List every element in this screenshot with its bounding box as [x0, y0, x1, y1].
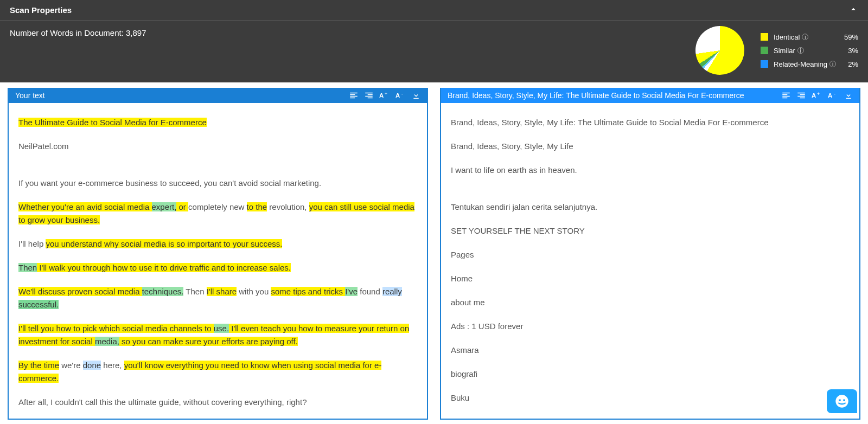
font-increase-icon[interactable]: A+: [379, 91, 390, 100]
svg-text:-: -: [834, 91, 835, 97]
text-paragraph: We'll discuss proven social media techni…: [18, 285, 417, 311]
align-left-icon[interactable]: [349, 91, 359, 100]
svg-text:+: +: [817, 91, 820, 97]
source-line: Brand, Ideas, Story, Style, My Life: The…: [451, 116, 850, 129]
legend-value: 3%: [848, 47, 858, 55]
scan-properties-body: Number of Words in Document: 3,897 Ident…: [0, 21, 868, 82]
highlight-s: techniques.: [142, 287, 184, 296]
source-line: Asmara: [451, 344, 850, 357]
text-span: After all, I couldn't call this the ulti…: [18, 397, 307, 407]
text-paragraph: Then I'll walk you through how to use it…: [18, 261, 417, 274]
similarity-pie-chart: [695, 26, 744, 75]
text-span: here,: [101, 361, 124, 370]
align-right-icon[interactable]: [796, 91, 806, 100]
highlight-i: The Ultimate Guide to Social Media for E…: [18, 118, 207, 127]
text-paragraph: NeilPatel.com: [18, 140, 417, 153]
legend-row: Related-Meaning i2%: [761, 60, 858, 68]
highlight-r: really: [382, 287, 402, 296]
chat-widget[interactable]: [827, 389, 857, 413]
word-count-label: Number of Words in Document: 3,897: [10, 26, 695, 37]
svg-text:A: A: [812, 92, 816, 99]
text-paragraph: If you want your e-commerce business to …: [18, 177, 417, 190]
highlight-i: I'll walk you through how to use it to d…: [37, 263, 291, 272]
font-decrease-icon[interactable]: A-: [395, 91, 406, 100]
legend-label: Identical i: [774, 33, 839, 41]
info-icon[interactable]: i: [829, 61, 836, 67]
text-paragraph: I'll tell you how to pick which social m…: [18, 322, 417, 348]
your-text-body: The Ultimate Guide to Social Media for E…: [9, 103, 427, 419]
font-increase-icon[interactable]: A+: [812, 91, 822, 100]
source-line: [451, 188, 850, 201]
scan-properties-title: Scan Properties: [10, 5, 72, 15]
highlight-s: I've: [345, 287, 358, 296]
comparison-panes: Your text A+ A- The Ultimate Guide to So…: [0, 82, 868, 420]
source-line: Buku: [451, 391, 850, 404]
highlight-r: done: [83, 361, 101, 370]
text-span: revolution,: [267, 202, 309, 211]
highlight-i: Whether you're an avid social media: [18, 202, 152, 211]
text-span: NeilPatel.com: [18, 142, 69, 151]
source-text-header: Brand, Ideas, Story, Style, My Life: The…: [441, 88, 859, 103]
font-decrease-icon[interactable]: A-: [828, 91, 839, 100]
highlight-s: Then: [18, 263, 37, 272]
highlight-s: expert,: [152, 202, 177, 211]
source-line: Brand, Ideas, Story, Style, My Life: [451, 140, 850, 153]
similarity-legend: Identical i59%Similar i3%Related-Meaning…: [761, 33, 858, 68]
highlight-i: or: [176, 202, 188, 211]
text-span: with you: [237, 287, 271, 296]
info-icon[interactable]: i: [802, 34, 808, 40]
text-paragraph: [18, 164, 417, 177]
scan-properties-header: Scan Properties: [0, 0, 868, 21]
download-icon[interactable]: [844, 91, 853, 100]
svg-point-8: [835, 395, 848, 407]
source-line: Home: [451, 272, 850, 285]
highlight-i: I'll tell you how to pick which social m…: [18, 324, 214, 333]
align-right-icon[interactable]: [364, 91, 374, 100]
svg-text:+: +: [385, 91, 387, 97]
highlight-i: you understand why social media is so im…: [46, 239, 282, 248]
text-paragraph: The Ultimate Guide to Social Media for E…: [18, 116, 417, 129]
svg-text:A: A: [395, 92, 400, 99]
your-text-pane: Your text A+ A- The Ultimate Guide to So…: [8, 88, 428, 420]
your-text-tools: A+ A-: [349, 91, 420, 100]
align-left-icon[interactable]: [781, 91, 791, 100]
legend-value: 59%: [844, 33, 858, 41]
svg-rect-10: [843, 400, 845, 402]
svg-text:A: A: [379, 92, 384, 99]
highlight-i: some tips and tricks: [271, 287, 345, 296]
info-icon[interactable]: i: [797, 47, 804, 54]
source-text-pane: Brand, Ideas, Story, Style, My Life: The…: [440, 88, 860, 420]
legend-color-box: [761, 60, 768, 68]
highlight-i: I'll share: [207, 287, 237, 296]
svg-rect-9: [839, 400, 841, 402]
source-line: I want to life on earth as in heaven.: [451, 164, 850, 177]
highlight-i: to the: [247, 202, 267, 211]
highlight-i: By the time: [18, 361, 59, 370]
source-line: Tentukan sendiri jalan cerita selanjutny…: [451, 201, 850, 214]
scan-properties-stats: Identical i59%Similar i3%Related-Meaning…: [695, 26, 858, 75]
legend-label: Similar i: [774, 47, 843, 55]
text-span: found: [358, 287, 382, 296]
legend-row: Similar i3%: [761, 47, 858, 55]
source-text-body: Brand, Ideas, Story, Style, My Life: The…: [441, 103, 859, 419]
text-span: we're: [59, 361, 83, 370]
svg-text:A: A: [828, 92, 832, 99]
text-span: Then: [183, 287, 206, 296]
text-paragraph: By the time we're done here, you'll know…: [18, 359, 417, 385]
legend-row: Identical i59%: [761, 33, 858, 41]
source-line: Buku Pintar.: [451, 415, 850, 419]
download-icon[interactable]: [412, 91, 420, 100]
highlight-s2: successful.: [18, 300, 59, 309]
text-paragraph: I'll help you understand why social medi…: [18, 237, 417, 250]
legend-color-box: [761, 33, 768, 41]
source-text-title: Brand, Ideas, Story, Style, My Life: The…: [448, 91, 781, 100]
text-paragraph: After all, I couldn't call this the ulti…: [18, 396, 417, 409]
svg-text:-: -: [401, 91, 403, 97]
your-text-title: Your text: [15, 91, 349, 100]
scan-properties-panel: Scan Properties Number of Words in Docum…: [0, 0, 868, 82]
highlight-i: so you can make sure your efforts are pa…: [119, 337, 298, 346]
source-line: SET YOURSELF THE NEXT STORY: [451, 224, 850, 237]
collapse-toggle[interactable]: [848, 4, 858, 16]
legend-color-box: [761, 47, 768, 54]
source-text-tools: A+ A-: [781, 91, 853, 100]
